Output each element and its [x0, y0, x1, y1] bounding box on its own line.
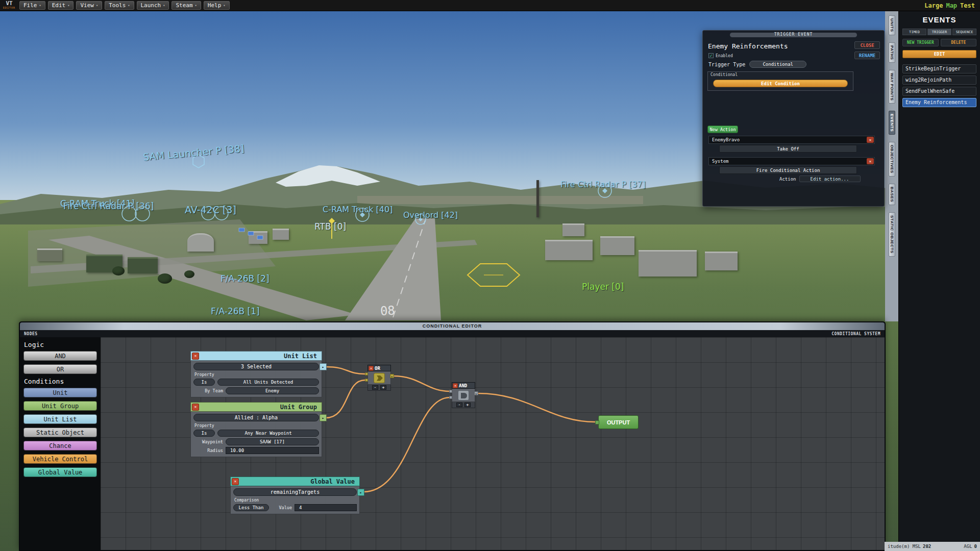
global-value-dropdown[interactable]: remainingTargets — [233, 488, 357, 496]
palette-vehicle-control-button[interactable]: Vehicle Control — [23, 454, 97, 464]
node-header[interactable]: ✕ OR — [368, 365, 391, 371]
close-button[interactable]: CLOSE — [854, 41, 880, 49]
node-close-icon[interactable]: ✕ — [192, 404, 199, 411]
is-toggle[interactable]: Is — [193, 379, 215, 386]
palette-global-value-button[interactable]: Global Value — [23, 467, 97, 477]
unit-label[interactable]: Fire Ctrl Radar P [37] — [560, 180, 646, 189]
property-dropdown[interactable]: Any Near Waypoint — [217, 430, 319, 437]
property-dropdown[interactable]: All Units Detected — [217, 379, 319, 386]
menu-steam[interactable]: Steam▾ — [172, 1, 201, 10]
palette-or-button[interactable]: OR — [23, 364, 97, 374]
edit-action-button[interactable]: Edit action... — [799, 176, 861, 182]
trigger-panel-titlebar[interactable]: TRIGGER EVENT — [703, 31, 884, 39]
unit-group-node[interactable]: ✕ Unit Group Allied : Alpha Property Is … — [190, 402, 322, 457]
menu-help[interactable]: Help▾ — [204, 1, 230, 10]
unit-label[interactable]: Overlord [42] — [403, 210, 458, 220]
and-node[interactable]: ✕ AND - + ▸ — [452, 382, 475, 408]
input-connector[interactable] — [449, 390, 452, 393]
waypoint-label: Waypoint — [193, 439, 223, 444]
input-connector[interactable] — [365, 379, 368, 382]
list-item[interactable]: SendFuelWhenSafe — [902, 87, 976, 96]
unit-label[interactable]: F/A-26B [1] — [211, 306, 260, 316]
tab-sequence[interactable]: SEQUENCE — [952, 29, 976, 35]
or-node[interactable]: ✕ OR - + ▸ — [368, 365, 391, 391]
node-header[interactable]: ✕ AND — [452, 382, 475, 389]
list-item[interactable]: wing2RejoinPath — [902, 76, 976, 85]
radius-input[interactable]: 10.00 — [226, 447, 319, 454]
output-node[interactable]: OUTPUT — [598, 415, 639, 429]
tab-timed[interactable]: TIMED — [902, 29, 926, 35]
remove-input-button[interactable]: - — [372, 385, 378, 390]
output-connector[interactable]: ▸ — [390, 374, 394, 378]
unit-label[interactable]: AV-42C [3] — [185, 204, 236, 215]
output-connector[interactable]: ▸ — [320, 363, 327, 370]
unit-label[interactable]: Fire Ctrl Radar P [36] — [63, 201, 154, 211]
tab-waypoints[interactable]: WAY POINTS — [889, 70, 895, 104]
palette-chance-button[interactable]: Chance — [23, 441, 97, 450]
node-close-icon[interactable]: ✕ — [232, 478, 239, 485]
unit-label[interactable]: RTB [0] — [314, 221, 346, 232]
node-graph-canvas[interactable]: ✕ Unit List 3 Selected Property Is All U… — [101, 337, 885, 550]
group-selection-dropdown[interactable]: Allied : Alpha — [193, 414, 319, 421]
tab-objectives[interactable]: OBJECTIVES — [889, 142, 895, 177]
menu-view[interactable]: View▾ — [76, 1, 102, 10]
output-connector[interactable]: ▸ — [357, 489, 364, 496]
palette-static-object-button[interactable]: Static Object — [23, 428, 97, 437]
value-input[interactable]: 4 — [295, 504, 357, 511]
palette-unit-list-button[interactable]: Unit List — [23, 414, 97, 424]
add-input-button[interactable]: + — [464, 403, 471, 407]
input-connector[interactable] — [595, 420, 599, 424]
comparison-dropdown[interactable]: Less Than — [233, 504, 269, 511]
team-dropdown[interactable]: Enemy — [226, 387, 319, 394]
new-action-button[interactable]: New Action — [707, 126, 738, 133]
list-item[interactable]: StrikeBeginTrigger — [902, 64, 976, 73]
action-select-button[interactable]: Fire Conditional Action — [719, 166, 857, 174]
tab-units[interactable]: UNITS — [889, 15, 895, 35]
edit-button[interactable]: EDIT — [902, 50, 976, 58]
input-connector[interactable] — [365, 372, 368, 375]
menu-launch[interactable]: Launch▾ — [137, 1, 169, 10]
delete-button[interactable]: DELETE — [941, 39, 977, 46]
node-header[interactable]: ✕ Unit List — [190, 351, 322, 361]
tab-trigger[interactable]: TRIGGER — [927, 29, 951, 35]
node-header[interactable]: ✕ Unit Group — [190, 402, 322, 412]
remove-action-button[interactable]: ✕ — [867, 158, 874, 164]
unit-list-node[interactable]: ✕ Unit List 3 Selected Property Is All U… — [190, 351, 322, 397]
global-value-node[interactable]: ✕ Global Value remainingTargets Comparis… — [230, 477, 360, 514]
palette-unit-button[interactable]: Unit — [23, 388, 97, 397]
menu-edit[interactable]: Edit▾ — [48, 1, 74, 10]
is-toggle[interactable]: Is — [193, 430, 215, 437]
node-header[interactable]: ✕ Global Value — [230, 477, 360, 486]
menu-file[interactable]: File▾ — [19, 1, 45, 10]
action-select-button[interactable]: Take Off — [719, 145, 857, 153]
unit-label-player[interactable]: Player [0] — [582, 282, 624, 292]
palette-unit-group-button[interactable]: Unit Group — [23, 401, 97, 411]
remove-input-button[interactable]: - — [456, 403, 462, 407]
tab-events[interactable]: EVENTS — [889, 111, 895, 135]
node-close-icon[interactable]: ✕ — [453, 383, 458, 388]
edit-condition-button[interactable]: Edit Condition — [713, 80, 848, 87]
output-connector[interactable]: ▸ — [320, 414, 327, 421]
unit-label[interactable]: F/A-26B [2] — [220, 273, 270, 284]
tab-static-objects[interactable]: STATIC OBJECTS — [889, 212, 895, 257]
node-close-icon[interactable]: ✕ — [369, 366, 374, 371]
rename-button[interactable]: RENAME — [854, 52, 880, 59]
menu-tools[interactable]: Tools▾ — [105, 1, 134, 10]
trigger-type-dropdown[interactable]: Conditional — [749, 61, 806, 68]
tab-paths[interactable]: PATHS — [889, 42, 895, 63]
conditional-editor-titlebar[interactable]: CONDITIONAL EDITOR — [20, 322, 885, 330]
remove-action-button[interactable]: ✕ — [867, 137, 874, 143]
waypoint-dropdown[interactable]: SAAW [17] — [226, 438, 319, 445]
and-gate-icon — [458, 390, 469, 400]
input-connector[interactable] — [449, 396, 452, 399]
tab-bases[interactable]: BASES — [889, 184, 895, 205]
unit-label[interactable]: C-RAM Truck [40] — [323, 205, 393, 214]
list-item-selected[interactable]: Enemy Reinforcements — [902, 98, 976, 107]
output-connector[interactable]: ▸ — [474, 391, 478, 395]
new-trigger-button[interactable]: NEW TRIGGER — [902, 39, 939, 46]
node-close-icon[interactable]: ✕ — [192, 353, 199, 360]
add-input-button[interactable]: + — [380, 385, 386, 390]
palette-and-button[interactable]: AND — [23, 351, 97, 361]
enabled-checkbox[interactable]: ✓ — [708, 53, 714, 58]
unit-selection-dropdown[interactable]: 3 Selected — [193, 363, 319, 370]
